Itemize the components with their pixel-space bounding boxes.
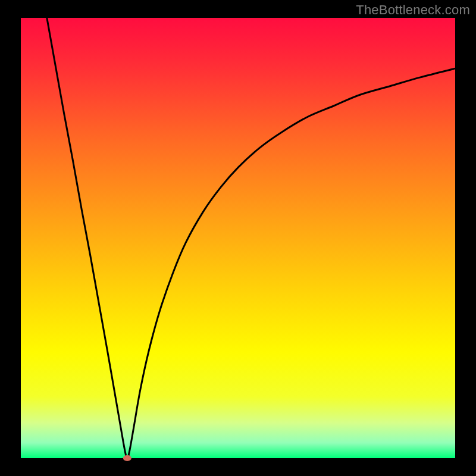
chart-svg [0, 0, 476, 476]
chart-frame: { "watermark": "TheBottleneck.com", "cha… [0, 0, 476, 476]
plot-background [21, 18, 455, 458]
watermark-text: TheBottleneck.com [356, 2, 470, 18]
minimum-marker [123, 455, 131, 461]
